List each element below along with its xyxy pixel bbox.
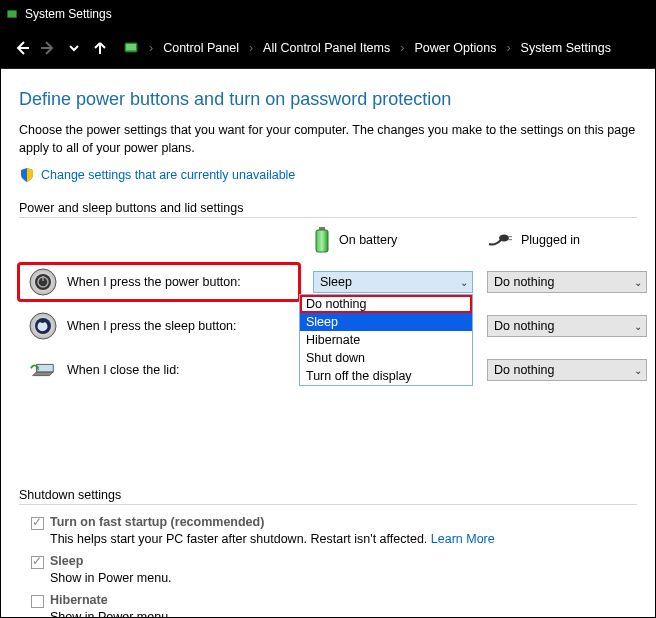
dropdown-option[interactable]: Do nothing — [300, 295, 472, 313]
checkbox-fast-startup[interactable]: Turn on fast startup (recommended) — [31, 515, 637, 530]
nav-bar: › Control Panel › All Control Panel Item… — [1, 27, 655, 69]
checkbox-icon[interactable] — [31, 517, 44, 530]
lid-plugged-combo[interactable]: Do nothing ⌄ — [487, 359, 647, 381]
sleep-button-plugged-combo[interactable]: Do nothing ⌄ — [487, 315, 647, 337]
section-shutdown-label: Shutdown settings — [19, 488, 637, 505]
chevron-right-icon[interactable]: › — [147, 41, 155, 55]
chevron-right-icon[interactable]: › — [247, 41, 255, 55]
learn-more-link[interactable]: Learn More — [431, 532, 495, 546]
checkbox-sleep[interactable]: Sleep — [31, 554, 637, 569]
breadcrumb-bar[interactable]: › Control Panel › All Control Panel Item… — [119, 34, 645, 62]
window-title: System Settings — [25, 7, 112, 21]
up-button[interactable] — [89, 37, 111, 59]
svg-point-6 — [499, 235, 509, 242]
power-button-icon — [29, 268, 57, 296]
sleep-desc: Show in Power menu. — [50, 571, 637, 585]
control-panel-icon — [123, 39, 141, 57]
svg-rect-1 — [8, 11, 16, 17]
breadcrumb-item[interactable]: System Settings — [513, 34, 619, 62]
col-header-plugged: Plugged in — [487, 224, 647, 256]
svg-rect-7 — [508, 236, 512, 237]
intro-text: Choose the power settings that you want … — [19, 122, 637, 157]
dropdown-option[interactable]: Hibernate — [300, 331, 472, 349]
chevron-right-icon[interactable]: › — [504, 41, 512, 55]
power-button-plugged-combo[interactable]: Do nothing ⌄ — [487, 271, 647, 293]
breadcrumb-item[interactable]: Power Options — [406, 34, 504, 62]
row-sleep-button-label: When I press the sleep button: — [19, 308, 299, 344]
svg-rect-5 — [316, 230, 328, 252]
lid-icon — [29, 356, 57, 384]
chevron-down-icon: ⌄ — [634, 365, 642, 376]
checkbox-hibernate[interactable]: Hibernate — [31, 593, 637, 608]
chevron-right-icon[interactable]: › — [398, 41, 406, 55]
power-button-battery-dropdown[interactable]: Do nothing Sleep Hibernate Shut down Tur… — [299, 294, 473, 386]
shutdown-section: Shutdown settings Turn on fast startup (… — [19, 488, 637, 618]
svg-rect-3 — [126, 44, 136, 50]
fast-startup-desc: This helps start your PC faster after sh… — [50, 532, 637, 546]
chevron-down-icon: ⌄ — [634, 321, 642, 332]
forward-button[interactable] — [37, 37, 59, 59]
section-power-label: Power and sleep buttons and lid settings — [19, 201, 637, 218]
back-button[interactable] — [11, 37, 33, 59]
breadcrumb-item[interactable]: Control Panel — [155, 34, 247, 62]
shield-icon — [19, 167, 35, 183]
chevron-down-icon: ⌄ — [634, 277, 642, 288]
power-button-battery-combo[interactable]: Sleep ⌄ — [313, 271, 473, 293]
plug-icon — [487, 232, 513, 248]
content-area: Define power buttons and turn on passwor… — [1, 69, 655, 618]
checkbox-icon[interactable] — [31, 595, 44, 608]
settings-grid: On battery Plugged in — [19, 224, 637, 388]
dropdown-option[interactable]: Sleep — [300, 313, 472, 331]
recent-dropdown-button[interactable] — [63, 37, 85, 59]
col-header-battery: On battery — [313, 224, 473, 256]
sleep-button-icon — [29, 312, 57, 340]
admin-link-row: Change settings that are currently unava… — [19, 167, 637, 183]
app-icon — [5, 7, 19, 21]
breadcrumb-item[interactable]: All Control Panel Items — [255, 34, 398, 62]
svg-rect-12 — [42, 276, 43, 281]
dropdown-option[interactable]: Shut down — [300, 349, 472, 367]
change-unavailable-link[interactable]: Change settings that are currently unava… — [41, 168, 295, 182]
checkbox-icon[interactable] — [31, 556, 44, 569]
row-lid-label: When I close the lid: — [19, 352, 299, 388]
dropdown-option[interactable]: Turn off the display — [300, 367, 472, 385]
row-power-button-label: When I press the power button: — [19, 264, 299, 300]
battery-icon — [313, 227, 331, 253]
hibernate-desc: Show in Power menu. — [50, 610, 637, 618]
title-bar: System Settings — [1, 1, 655, 27]
page-header: Define power buttons and turn on passwor… — [19, 89, 637, 110]
svg-rect-8 — [508, 239, 512, 240]
chevron-down-icon: ⌄ — [460, 277, 468, 288]
